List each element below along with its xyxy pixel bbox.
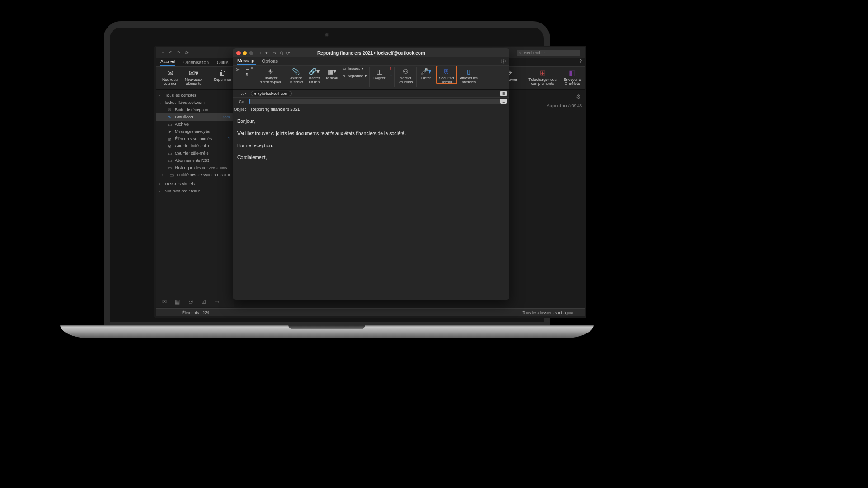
undo-icon[interactable]: ↶ bbox=[169, 50, 172, 55]
sidebar-all-accounts[interactable]: ›Tous les comptes bbox=[156, 92, 234, 99]
status-count: Éléments : 229 bbox=[182, 310, 209, 315]
redo-icon[interactable]: ↷ bbox=[177, 50, 180, 55]
tasks-view-icon[interactable]: ☑ bbox=[201, 299, 206, 305]
background-button[interactable]: ☀ Changer d'arrière-plan bbox=[257, 66, 284, 84]
addressbook-icon[interactable]: ☷ bbox=[500, 99, 507, 104]
folder-icon: ▭ bbox=[169, 173, 174, 178]
sidebar-account[interactable]: ⌄lockself@outlook.com bbox=[156, 99, 234, 106]
people-view-icon[interactable]: ⚇ bbox=[188, 299, 193, 305]
tab-organisation[interactable]: Organisation bbox=[183, 60, 209, 65]
addins-button[interactable]: ⊞ Télécharger des compléments bbox=[525, 67, 560, 89]
numbering-icon[interactable]: ≡ bbox=[251, 66, 253, 70]
to-field[interactable]: xy@lockself.com bbox=[249, 91, 500, 97]
crop-button[interactable]: ◫ Rogner bbox=[371, 66, 388, 80]
zoom-icon[interactable] bbox=[249, 51, 253, 55]
inbox-icon: ✉ bbox=[167, 108, 172, 113]
sidebar-virtual[interactable]: ›Dossiers virtuels bbox=[156, 180, 234, 188]
sidebar-tools: ✉ ▦ ⚇ ☑ ▭ bbox=[156, 296, 234, 307]
tab-accueil[interactable]: Accueil bbox=[160, 59, 175, 66]
subject-field[interactable]: Reporting financiers 2021 bbox=[249, 107, 509, 112]
attach-button[interactable]: 📎 Joindre un fichier bbox=[286, 66, 306, 84]
secure-email-button[interactable]: ⛨ Sécuriser l'email bbox=[436, 66, 457, 84]
folder-icon: ▭ bbox=[167, 151, 172, 156]
sun-icon: ☀ bbox=[268, 67, 274, 75]
shield-icon: ⛨ bbox=[443, 67, 450, 75]
sidebar-history[interactable]: ▭Historique des conversations bbox=[156, 164, 234, 171]
pilcrow-icon[interactable]: ¶ bbox=[246, 72, 248, 76]
bullets-icon[interactable]: ☰ bbox=[246, 66, 249, 70]
tab-message[interactable]: Message bbox=[237, 58, 256, 65]
undo-icon[interactable]: ↶ bbox=[265, 51, 269, 56]
cc-field[interactable] bbox=[249, 99, 500, 104]
sidebar-drafts[interactable]: ✎ Brouillons229 bbox=[156, 113, 234, 121]
signature-button[interactable]: ✎ Signature▾ bbox=[343, 74, 367, 78]
addressbook-icon[interactable]: ☷ bbox=[500, 91, 507, 96]
laptop-lid: ▫ ↶ ↷ ⟳ Rechercher Accueil Organisation … bbox=[104, 21, 550, 328]
redo-icon[interactable]: ↷ bbox=[273, 51, 276, 56]
body-line: Cordialement, bbox=[237, 154, 505, 161]
save-icon[interactable]: ▫ bbox=[162, 50, 164, 55]
sidebar-inbox[interactable]: ✉Boîte de réception bbox=[156, 106, 234, 113]
table-button[interactable]: ▦▾ Tableau bbox=[323, 66, 341, 80]
dictate-button[interactable]: 🎤▾ Dicter bbox=[418, 66, 434, 80]
send-button[interactable]: ➤ bbox=[234, 66, 242, 74]
priority-high-icon[interactable]: ! bbox=[390, 66, 392, 70]
minimize-icon[interactable] bbox=[243, 51, 247, 55]
person-check-icon: ⚇ bbox=[403, 67, 409, 75]
check-names-button[interactable]: ⚇ Vérifier les noms bbox=[396, 66, 415, 84]
folder-icon: ▭ bbox=[167, 158, 172, 163]
separator bbox=[416, 67, 417, 87]
help-icon[interactable]: ⓘ bbox=[501, 58, 506, 65]
gear-icon[interactable]: ⚙ bbox=[576, 94, 581, 100]
compose-titlebar: ▫ ↶ ↷ ⎙ ⟳ Reporting financiers 2021 • lo… bbox=[233, 48, 509, 57]
separator bbox=[369, 67, 370, 87]
print-icon[interactable]: ⎙ bbox=[280, 51, 283, 56]
signature-icon: ✎ bbox=[343, 74, 346, 78]
images-button[interactable]: ▭ Images▾ bbox=[343, 66, 367, 70]
sidebar-clutter[interactable]: ▭Courrier pêle-mêle bbox=[156, 150, 234, 157]
save-icon[interactable]: ▫ bbox=[260, 51, 262, 56]
recipient-chip[interactable]: xy@lockself.com bbox=[251, 91, 292, 96]
priority-low-icon[interactable]: ↓ bbox=[390, 73, 392, 77]
compose-qat: ▫ ↶ ↷ ⎙ ⟳ bbox=[260, 51, 290, 56]
sidebar-rss[interactable]: ▭Abonnements RSS bbox=[156, 157, 234, 164]
sidebar-archive[interactable]: ▭Archive bbox=[156, 121, 234, 128]
separator bbox=[208, 69, 208, 88]
sidebar-sync-problems[interactable]: ›▭Problèmes de synchronisation bbox=[156, 171, 234, 178]
close-icon[interactable] bbox=[236, 51, 241, 55]
tab-options[interactable]: Options bbox=[262, 59, 278, 64]
sidebar-deleted[interactable]: 🗑Éléments supprimés 1 bbox=[156, 135, 234, 142]
sync-icon[interactable]: ⟳ bbox=[286, 51, 290, 56]
sidebar-local[interactable]: ›Sur mon ordinateur bbox=[156, 188, 234, 195]
templates-button[interactable]: ▯ Afficher les modèles bbox=[457, 66, 480, 84]
mail-view-icon[interactable]: ✉ bbox=[162, 299, 167, 305]
sidebar-junk[interactable]: ⊘Courrier indésirable bbox=[156, 142, 234, 150]
link-button[interactable]: 🔗▾ Insérer un lien bbox=[306, 66, 323, 84]
images-signature: ▭ Images▾ ✎ Signature▾ bbox=[341, 66, 368, 79]
help-icon[interactable]: ? bbox=[579, 59, 582, 64]
delete-button[interactable]: 🗑 Supprimer bbox=[210, 67, 235, 89]
new-mail-button[interactable]: ✉ Nouveau courrier bbox=[159, 67, 181, 89]
compose-tabs: Message Options ⓘ bbox=[233, 57, 509, 66]
body-line: Bonne réception. bbox=[237, 142, 505, 150]
drafts-icon: ✎ bbox=[167, 115, 172, 120]
sync-icon[interactable]: ⟳ bbox=[185, 50, 189, 55]
compose-body[interactable]: Bonjour, Veuillez trouver ci joints les … bbox=[233, 113, 509, 170]
sidebar-sent[interactable]: ➤Messages envoyés bbox=[156, 128, 234, 135]
search-input[interactable]: Rechercher bbox=[517, 50, 580, 56]
envelope-icon: ✉ bbox=[167, 69, 173, 77]
separator bbox=[243, 67, 243, 87]
notes-view-icon[interactable]: ▭ bbox=[214, 299, 219, 305]
junk-icon: ⊘ bbox=[167, 144, 172, 149]
cc-label: Cc : bbox=[233, 99, 249, 104]
onenote-button[interactable]: ◧ Envoyer à OneNote bbox=[560, 67, 585, 89]
compose-ribbon: ➤ ☰ ≡ ¶ ☀ Changer d'arrière-plan 📎 bbox=[233, 66, 509, 90]
tab-outils[interactable]: Outils bbox=[217, 60, 229, 65]
body-line: Bonjour, bbox=[237, 117, 505, 125]
to-label: À : bbox=[233, 91, 249, 96]
new-items-button[interactable]: ✉▾ Nouveaux éléments bbox=[181, 67, 206, 89]
image-icon: ▭ bbox=[343, 66, 346, 70]
folder-sidebar: ›Tous les comptes ⌄lockself@outlook.com … bbox=[156, 90, 234, 307]
onenote-icon: ◧ bbox=[569, 69, 576, 77]
calendar-view-icon[interactable]: ▦ bbox=[175, 299, 180, 305]
